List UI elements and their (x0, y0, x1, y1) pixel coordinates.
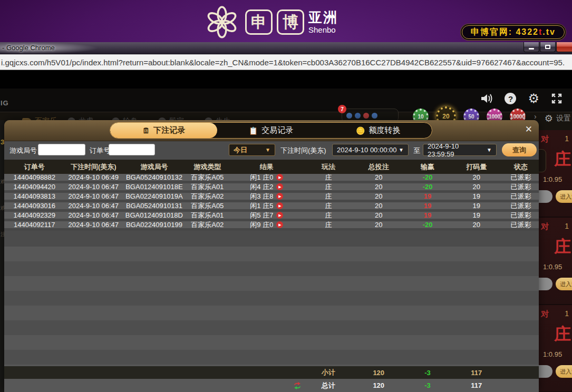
table-button[interactable] (539, 278, 552, 290)
lobby-card: 对 1 庄 1:0.95 进入游戏 (539, 130, 572, 218)
cell-play: 庄 (305, 192, 352, 201)
notice-dot (363, 113, 369, 119)
pair-label: 对 (541, 222, 549, 232)
order-input[interactable] (109, 144, 155, 155)
cell-status: 已派彩 (503, 220, 539, 230)
col-order-id: 订单号 (4, 162, 65, 172)
date-from-value: 2024-9-10 00:00:00 (337, 146, 396, 154)
cell-bet-time: 2024-9-10 06:47 (65, 192, 123, 200)
cell-winloss: 19 (405, 202, 450, 210)
calendar-icon: 🗓 (142, 127, 150, 134)
browser-urlbar[interactable]: i.gqjcxs.com/h5V01/pc/index.html?return=… (0, 54, 572, 70)
enter-game-button[interactable]: 进入游戏 (556, 365, 572, 378)
banker-label: 庄 (554, 236, 571, 259)
cell-turnover: 19 (450, 202, 503, 210)
tab-credit-transfer[interactable]: 🪙 额度转换 (325, 123, 432, 138)
col-result: 结果 (229, 162, 305, 172)
table-body: 14404098882 2024-9-10 06:49 BGA052409101… (4, 174, 539, 231)
cell-result: 闲9 庄0 (250, 220, 273, 230)
col-bet-time: 下注时间(美东) (65, 162, 123, 172)
date-to-select[interactable]: 2024-9-10 23:59:59 ▼ (423, 144, 497, 156)
refresh-icon[interactable] (293, 382, 302, 389)
tab-label: 额度转换 (369, 125, 401, 135)
cell-turnover: 20 (450, 173, 503, 181)
table-button[interactable] (539, 190, 552, 203)
table-preview-tile (539, 149, 546, 172)
chips-more-arrow[interactable]: › (534, 112, 537, 121)
cell-round-id: BGA02240910199 (122, 221, 186, 229)
site-header: 申 博 亚洲 Shenbo 申博官网: 4322 t .tv (0, 0, 572, 42)
enter-game-button[interactable]: 进入游戏 (556, 190, 572, 203)
play-video-button[interactable]: ▶ (276, 221, 283, 228)
cell-total-bet: 20 (352, 221, 405, 229)
close-icon[interactable]: ✕ (525, 125, 532, 134)
official-label: 申博官网: (471, 27, 512, 38)
cell-total-bet: 20 (352, 211, 405, 219)
coins-icon: 🪙 (356, 127, 365, 134)
col-total-bet: 总投注 (352, 162, 405, 172)
game-round-label: 游戏局号 (9, 146, 37, 155)
flower-logo-icon (203, 3, 241, 41)
modal-header: 🗓 下注记录 📋 交易记录 🪙 额度转换 ✕ (4, 120, 539, 141)
play-video-button[interactable]: ▶ (276, 174, 283, 181)
cell-status: 已派彩 (503, 182, 539, 192)
enter-game-button[interactable]: 进入游戏 (556, 278, 572, 290)
order-label: 订单号 (90, 146, 110, 155)
cell-order-id: 14404093016 (4, 202, 65, 210)
odds-label: 1:0.95 (543, 175, 562, 183)
date-from-select[interactable]: 2024-9-10 00:00:00 ▼ (332, 144, 409, 156)
total-label: 总计 (305, 381, 352, 390)
col-round-id: 游戏局号 (122, 162, 186, 172)
url-text[interactable]: i.gqjcxs.com/h5V01/pc/index.html?return=… (0, 58, 565, 67)
official-site-banner: 申博官网: 4322 t .tv (462, 25, 565, 39)
cell-total-bet: 20 (352, 173, 405, 181)
query-button[interactable]: 查询 (502, 143, 537, 156)
minimize-button[interactable] (523, 42, 539, 52)
cell-status: 已派彩 (503, 173, 539, 182)
settings-button[interactable]: ⚙ 设置 (545, 113, 571, 124)
cell-turnover: 19 (450, 211, 503, 219)
col-turnover: 打码量 (450, 162, 503, 172)
fullscreen-icon[interactable] (551, 93, 563, 104)
gear-icon[interactable]: ⚙ (528, 93, 539, 104)
odds-label: 1:0.95 (543, 263, 562, 271)
play-video-button[interactable]: ▶ (276, 193, 283, 200)
cell-result: 闲3 庄8 (250, 192, 273, 201)
cell-turnover: 19 (450, 192, 503, 200)
close-window-button[interactable] (556, 42, 572, 52)
window-title: - Google Chrome (2, 44, 55, 52)
logo-char-shen: 申 (245, 9, 273, 35)
pair-label: 对 (541, 134, 549, 144)
play-video-button[interactable]: ▶ (276, 212, 283, 219)
speaker-icon[interactable] (480, 93, 493, 104)
cell-result: 闲4 庄2 (250, 182, 273, 192)
cell-winloss: 19 (405, 211, 450, 219)
tab-bet-records[interactable]: 🗓 下注记录 (110, 123, 217, 138)
cell-order-id: 14404092329 (4, 211, 65, 219)
play-video-button[interactable]: ▶ (276, 183, 283, 190)
pair-label: 对 (541, 309, 549, 319)
maximize-button[interactable] (540, 42, 556, 52)
chevron-down-icon: ▼ (265, 147, 270, 153)
range-value: 今日 (234, 145, 247, 155)
settings-gear-icon: ⚙ (545, 113, 553, 124)
notice-dot (355, 113, 361, 119)
table-button[interactable] (539, 365, 552, 378)
chevron-down-icon: ▼ (487, 147, 492, 153)
play-video-button[interactable]: ▶ (276, 202, 283, 209)
cell-winloss: -20 (405, 183, 450, 191)
bet-time-label: 下注时间(美东) (280, 146, 326, 155)
tab-transaction-records[interactable]: 📋 交易记录 (217, 123, 324, 138)
logo-char-bo: 博 (277, 9, 304, 35)
cell-status: 已派彩 (503, 201, 539, 211)
help-icon[interactable]: ? (505, 93, 516, 104)
cell-game-type: 百家乐A05 (186, 201, 229, 211)
subtotal-bet: 120 (352, 369, 405, 377)
game-round-input[interactable] (38, 144, 85, 155)
cell-game-type: 百家乐A05 (186, 173, 229, 182)
banker-label: 庄 (554, 323, 571, 346)
site-logo: 申 博 亚洲 Shenbo (203, 3, 338, 41)
date-range-select[interactable]: 今日 ▼ (229, 144, 275, 156)
logo-region-text: 亚洲 (308, 11, 338, 24)
cell-turnover: 20 (450, 183, 503, 191)
